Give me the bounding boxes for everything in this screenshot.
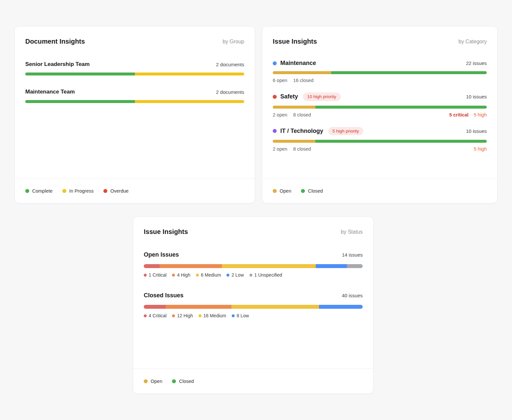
category-card-subtitle: by Category bbox=[459, 39, 487, 45]
category-card-legend: Open Closed bbox=[262, 178, 497, 203]
segment-medium bbox=[222, 264, 316, 268]
severity-legend-item-low: 8 Low bbox=[232, 313, 249, 318]
severity-legend-label: 6 Medium bbox=[201, 272, 221, 278]
stats-right: 5 high bbox=[474, 146, 487, 152]
high-dot-icon bbox=[172, 314, 175, 317]
status-card-body: Open Issues 14 issues 1 Critical bbox=[133, 236, 373, 368]
medium-dot-icon bbox=[196, 274, 199, 277]
segment-closed bbox=[331, 71, 487, 74]
segment-high bbox=[166, 305, 231, 309]
segment-medium bbox=[231, 305, 319, 309]
document-card-header: Document Insights by Group bbox=[15, 27, 255, 45]
status-section-header: Closed Issues 40 issues bbox=[144, 292, 363, 299]
category-dot-icon bbox=[273, 129, 277, 133]
segment-low bbox=[319, 305, 363, 309]
severity-legend-label: 4 Critical bbox=[149, 313, 166, 318]
legend-item-open: Open bbox=[144, 379, 162, 384]
group-label: Maintenance Team bbox=[25, 89, 75, 95]
segment-unspecified bbox=[347, 264, 363, 268]
closed-dot-icon bbox=[172, 379, 176, 383]
category-label: Safety bbox=[280, 93, 298, 100]
severity-legend-label: 2 Low bbox=[231, 272, 244, 278]
severity-legend-item-low: 2 Low bbox=[226, 272, 244, 278]
category-row-header: IT / Technology 5 high priority 10 issue… bbox=[273, 127, 487, 136]
open-closed-stats: 2 open 8 closed 5 critical 5 high bbox=[273, 112, 487, 117]
severity-legend-item-medium: 16 Medium bbox=[199, 313, 226, 318]
category-issue-count: 22 issues bbox=[466, 60, 487, 66]
segment-critical bbox=[144, 264, 160, 268]
document-card-body: Senior Leadership Team 2 documents Maint… bbox=[15, 45, 255, 178]
critical-count: 5 critical bbox=[449, 112, 469, 117]
critical-dot-icon bbox=[144, 274, 147, 277]
closed-dot-icon bbox=[301, 189, 305, 193]
closed-count: 8 closed bbox=[293, 146, 311, 152]
legend-label: Overdue bbox=[110, 188, 129, 194]
closed-count: 16 closed bbox=[293, 78, 313, 83]
severity-legend-label: 16 Medium bbox=[203, 313, 226, 318]
category-label: Maintenance bbox=[280, 60, 316, 67]
severity-stacked-bar bbox=[144, 305, 363, 309]
high-priority-badge: 5 high priority bbox=[328, 127, 363, 136]
document-group-row-senior-leadership: Senior Leadership Team 2 documents bbox=[25, 61, 244, 75]
legend-label: Closed bbox=[308, 188, 323, 194]
high-count: 5 high bbox=[474, 146, 487, 152]
severity-legend-label: 8 Low bbox=[237, 313, 249, 318]
category-row-header: Safety 10 high priority 10 issues bbox=[273, 93, 487, 101]
high-count: 5 high bbox=[474, 112, 487, 117]
severity-legend-item-high: 12 High bbox=[172, 313, 193, 318]
category-issue-count: 10 issues bbox=[466, 94, 487, 99]
high-priority-badge: 10 high priority bbox=[303, 93, 341, 101]
category-dot-icon bbox=[273, 95, 277, 99]
medium-dot-icon bbox=[199, 314, 202, 317]
stats-left: 2 open 8 closed bbox=[273, 146, 311, 152]
open-closed-bar bbox=[273, 71, 487, 74]
low-dot-icon bbox=[226, 274, 229, 277]
group-document-count: 2 documents bbox=[216, 89, 244, 95]
legend-item-closed: Closed bbox=[301, 188, 323, 194]
status-section-open-issues: Open Issues 14 issues 1 Critical bbox=[144, 251, 363, 278]
severity-legend-label: 4 High bbox=[177, 272, 190, 278]
category-card-body: Maintenance 22 issues 6 open 16 closed bbox=[262, 45, 497, 178]
document-insights-card: Document Insights by Group Senior Leader… bbox=[14, 26, 255, 203]
document-group-row-maintenance-team: Maintenance Team 2 documents bbox=[25, 89, 244, 103]
status-issue-count: 40 issues bbox=[342, 293, 363, 298]
group-row-header: Senior Leadership Team 2 documents bbox=[25, 61, 244, 68]
category-issue-count: 10 issues bbox=[466, 128, 487, 134]
group-label: Senior Leadership Team bbox=[25, 61, 90, 68]
open-dot-icon bbox=[144, 379, 148, 383]
issue-insights-status-card: Issue Insights by Status Open Issues 14 … bbox=[133, 217, 373, 394]
overdue-dot-icon bbox=[103, 189, 107, 193]
category-row-it-technology: IT / Technology 5 high priority 10 issue… bbox=[273, 127, 487, 152]
group-document-count: 2 documents bbox=[216, 62, 244, 67]
status-section-header: Open Issues 14 issues bbox=[144, 251, 363, 258]
severity-legend: 4 Critical 12 High 16 Medium 8 Low bbox=[144, 313, 363, 318]
document-card-subtitle: by Group bbox=[223, 39, 244, 45]
stats-left: 2 open 8 closed bbox=[273, 112, 311, 117]
severity-legend-item-high: 4 High bbox=[172, 272, 190, 278]
status-card-subtitle: by Status bbox=[341, 229, 363, 235]
closed-count: 8 closed bbox=[293, 112, 311, 117]
severity-legend-label: 12 High bbox=[177, 313, 193, 318]
status-issue-count: 14 issues bbox=[342, 252, 363, 258]
document-card-title: Document Insights bbox=[25, 38, 85, 45]
legend-item-open: Open bbox=[273, 188, 291, 194]
open-count: 2 open bbox=[273, 146, 287, 152]
status-card-legend: Open Closed bbox=[133, 368, 373, 393]
high-dot-icon bbox=[172, 274, 175, 277]
category-row-maintenance: Maintenance 22 issues 6 open 16 closed bbox=[273, 60, 487, 83]
status-section-closed-issues: Closed Issues 40 issues 4 Critical bbox=[144, 292, 363, 318]
segment-in-progress bbox=[135, 100, 245, 103]
legend-item-overdue: Overdue bbox=[103, 188, 129, 194]
open-closed-bar bbox=[273, 106, 487, 109]
severity-stacked-bar bbox=[144, 264, 363, 268]
segment-open bbox=[273, 140, 315, 143]
open-count: 2 open bbox=[273, 112, 287, 117]
insights-dashboard: Document Insights by Group Senior Leader… bbox=[0, 0, 512, 420]
legend-label: Complete bbox=[32, 188, 53, 194]
severity-legend-item-critical: 4 Critical bbox=[144, 313, 166, 318]
severity-legend-item-critical: 1 Critical bbox=[144, 272, 166, 278]
category-dot-icon bbox=[273, 61, 277, 65]
segment-closed bbox=[315, 140, 487, 143]
stats-left: 6 open 16 closed bbox=[273, 78, 313, 83]
open-closed-stats: 2 open 8 closed 5 high bbox=[273, 146, 487, 152]
